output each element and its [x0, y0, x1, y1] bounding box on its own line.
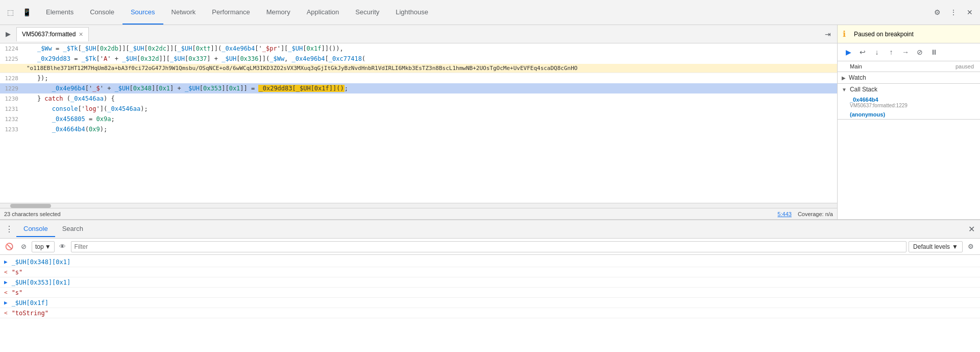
table-row: 1231 console['log'](_0x4546aa); [0, 104, 837, 114]
call-stack-header[interactable]: ▼ Call Stack [838, 84, 980, 95]
resume-button[interactable]: ▶ [842, 45, 855, 59]
levels-dropdown-icon: ▼ [952, 243, 958, 250]
tab-network[interactable]: Network [163, 0, 204, 25]
more-options-button[interactable]: ⋮ [946, 5, 961, 19]
levels-label: Default levels [913, 243, 950, 250]
device-toolbar-button[interactable]: 📱 [19, 5, 34, 19]
line-content: _$Ww = _$Tk[_$UH[0x2db]][_$UH[0x2dc]][_$… [22, 45, 344, 52]
sources-panel: ▶ VM50637:formatted × ⇥ 1224 [0, 25, 980, 352]
console-entry-content: "toString" [12, 310, 48, 317]
call-stack-item-1[interactable]: (anonymous) [838, 110, 980, 119]
stop-network-button[interactable]: ⊘ [17, 241, 30, 253]
line-number: 1232 [0, 116, 22, 123]
toolbar-right: ⚙ ⋮ ✕ [930, 5, 977, 19]
tab-memory[interactable]: Memory [258, 0, 299, 25]
jump-to-function-button[interactable]: ⇥ [821, 27, 835, 41]
pause-on-exceptions-button[interactable]: ⏸ [927, 45, 941, 59]
bottom-menu-icon[interactable]: ⋮ [2, 222, 16, 237]
line-content: _0x456805 = 0x9a; [22, 115, 115, 123]
code-scroll-area[interactable]: 1224 _$Ww = _$Tk[_$UH[0x2db]][_$UH[0x2dc… [0, 43, 837, 203]
line-number: 1229 [0, 85, 22, 92]
file-tab-right-controls: ⇥ [821, 27, 835, 41]
console-entry: ▶ _$UH[0x1f] [0, 298, 980, 308]
expand-arrow-icon[interactable]: ▶ [4, 279, 8, 286]
step-into-button[interactable]: ↓ [870, 45, 884, 59]
close-button[interactable]: ✕ [963, 5, 977, 19]
console-entry-content: "s" [12, 289, 23, 296]
context-select[interactable]: top ▼ [32, 241, 55, 252]
horizontal-scrollbar[interactable] [0, 203, 837, 208]
sidebar-toggle-icon[interactable]: ▶ [2, 28, 14, 40]
thread-item: Main paused [838, 61, 980, 72]
console-entry: < "s" [0, 288, 980, 298]
call-stack-item-0[interactable]: _0x4664b4 VM50637:formatted:1229 [838, 95, 980, 110]
call-stack-chevron-icon: ▼ [842, 87, 847, 92]
expand-arrow-icon[interactable]: ▶ [4, 259, 8, 265]
result-arrow-icon: < [4, 289, 8, 296]
line-number: 1230 [0, 96, 22, 102]
tab-console[interactable]: Console [82, 0, 122, 25]
selection-status: 23 characters selected [4, 211, 61, 217]
line-content: _0x4e96b4['_$' + _$UH[0x348][0x1] + _$UH… [22, 85, 348, 92]
console-settings-button[interactable]: ⚙ [965, 241, 977, 253]
cursor-position[interactable]: 5:443 [777, 211, 792, 217]
file-tab-vm50637[interactable]: VM50637:formatted × [16, 27, 89, 41]
bottom-tab-bar: ⋮ Console Search ✕ [0, 220, 980, 239]
line-content: }); [22, 75, 48, 82]
call-stack-fn-0: _0x4664b4 [850, 97, 974, 103]
code-lines: 1224 _$Ww = _$Tk[_$UH[0x2db]][_$UH[0x2dc… [0, 43, 837, 134]
tab-lighthouse[interactable]: Lighthouse [387, 0, 436, 25]
levels-select[interactable]: Default levels ▼ [909, 241, 963, 252]
tab-performance[interactable]: Performance [204, 0, 258, 25]
tab-console-bottom[interactable]: Console [16, 222, 55, 237]
expand-arrow-icon[interactable]: ▶ [4, 299, 8, 306]
table-row: 1228 }); [0, 73, 837, 83]
console-output[interactable]: ▶ _$UH[0x348][0x1] < "s" ▶ _$UH[0x353][0… [0, 255, 980, 352]
console-filter-input[interactable] [71, 241, 906, 252]
main-nav-tabs: Elements Console Sources Network Perform… [38, 0, 930, 25]
call-stack-section: ▼ Call Stack _0x4664b4 VM50637:formatted… [838, 84, 980, 120]
debug-controls: ▶ ↩ ↓ ↑ → ⊘ ⏸ [838, 43, 980, 61]
file-tab-bar: ▶ VM50637:formatted × ⇥ [0, 25, 837, 43]
scrollbar-thumb[interactable] [10, 204, 51, 208]
context-label: top [35, 243, 44, 250]
clear-console-button[interactable]: 🚫 [3, 241, 15, 253]
tab-security[interactable]: Security [347, 0, 387, 25]
tab-application[interactable]: Application [299, 0, 348, 25]
line-number: 1231 [0, 106, 22, 112]
file-tab-close-icon[interactable]: × [79, 30, 83, 38]
table-row: 1225 _0x29dd83 = _$Tk['A' + _$UH[0x32d]]… [0, 54, 837, 64]
coverage-status: Coverage: n/a [798, 211, 833, 217]
tab-sources[interactable]: Sources [122, 0, 163, 25]
code-editor[interactable]: 1224 _$Ww = _$Tk[_$UH[0x2db]][_$UH[0x2dc… [0, 43, 837, 208]
watch-label: Watch [849, 74, 866, 81]
step-out-button[interactable]: ↑ [885, 45, 898, 59]
thread-name: Main [850, 63, 862, 69]
close-bottom-panel-button[interactable]: ✕ [965, 223, 978, 236]
thread-section: Main paused [838, 61, 980, 72]
line-number: 1224 [0, 45, 22, 52]
top-toolbar: ⬚ 📱 Elements Console Sources Network Per… [0, 0, 980, 25]
bottom-panel: ⋮ Console Search ✕ 🚫 ⊘ top ▼ 👁 Default l… [0, 219, 980, 352]
eye-icon-button[interactable]: 👁 [57, 241, 69, 253]
watch-header[interactable]: ▶ Watch [838, 72, 980, 83]
breakpoint-text: Paused on breakpoint [854, 31, 914, 38]
line-content: console['log'](_0x4546aa); [22, 105, 148, 112]
inspect-element-button[interactable]: ⬚ [3, 5, 17, 19]
watch-chevron-icon: ▶ [842, 75, 846, 81]
call-stack-loc-0: VM50637:formatted:1229 [850, 103, 974, 108]
console-entry-content: "s" [12, 269, 23, 276]
settings-button[interactable]: ⚙ [930, 5, 944, 19]
tab-search-bottom[interactable]: Search [55, 222, 90, 237]
line-content: _0x29dd83 = _$Tk['A' + _$UH[0x32d]][_$UH… [22, 55, 365, 62]
deactivate-breakpoints-button[interactable]: ⊘ [913, 45, 926, 59]
step-over-button[interactable]: ↩ [856, 45, 869, 59]
code-wide-line: "o118EBlhe371HT12M7HqUm82a+bA3f0ci72oG47… [0, 64, 837, 73]
tab-elements[interactable]: Elements [38, 0, 82, 25]
console-entry-content: _$UH[0x348][0x1] [12, 259, 71, 266]
table-row[interactable]: 1229 _0x4e96b4['_$' + _$UH[0x348][0x1] +… [0, 83, 837, 93]
step-button[interactable]: → [899, 45, 912, 59]
console-entry-content: _$UH[0x1f] [12, 299, 48, 307]
status-bar-right: 5:443 Coverage: n/a [777, 211, 833, 217]
table-row: 1224 _$Ww = _$Tk[_$UH[0x2db]][_$UH[0x2dc… [0, 43, 837, 54]
